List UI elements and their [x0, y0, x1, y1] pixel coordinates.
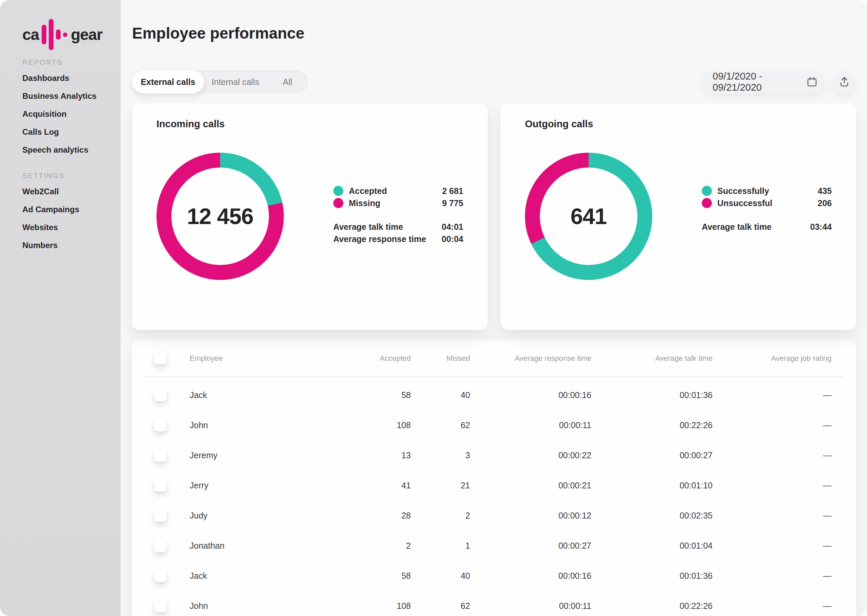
- outgoing-legend: Successfully 435 Unsuccessful 206 Averag…: [702, 185, 832, 233]
- logo-text-suffix: gear: [71, 25, 102, 44]
- summary-cards: Incoming calls 12 456 Accepted 2 681: [132, 103, 856, 330]
- page-title: Employee performance: [132, 24, 856, 42]
- controls-bar: External calls Internal calls All 09/1/2…: [132, 71, 856, 93]
- row-checkbox[interactable]: [154, 539, 167, 552]
- row-checkbox[interactable]: [154, 449, 167, 462]
- stat-average-talk-time: Average talk time 03:44: [702, 221, 832, 233]
- employee-name: John: [190, 601, 306, 611]
- tab-internal-calls[interactable]: Internal calls: [204, 71, 267, 93]
- legend-item-successfully: Successfully 435: [702, 185, 832, 197]
- app-window: ca gear REPORTS Dashboards Business Anal…: [0, 0, 867, 616]
- table-row: John 108 62 00:00:11 00:22:26 —: [132, 410, 856, 440]
- section-label-reports: REPORTS: [22, 55, 121, 69]
- legend-item-unsuccessful: Unsuccessful 206: [702, 197, 832, 209]
- employee-name: Jack: [190, 390, 306, 400]
- table-header-row: Employee Accepted Missed Average respons…: [132, 340, 856, 376]
- logo-waveform-icon: [42, 19, 68, 50]
- sidebar-item-speech-analytics[interactable]: Speech analytics: [22, 141, 121, 159]
- table-row: Jack 58 40 00:00:16 00:01:36 —: [132, 380, 856, 410]
- column-header-average-response-time: Average response time: [470, 354, 591, 363]
- column-header-accepted: Accepted: [306, 354, 411, 363]
- row-checkbox[interactable]: [154, 389, 167, 401]
- missing-dot-icon: [333, 198, 343, 208]
- sidebar-item-calls-log[interactable]: Calls Log: [22, 123, 121, 141]
- incoming-calls-title: Incoming calls: [156, 118, 463, 130]
- unsuccessful-dot-icon: [702, 198, 712, 208]
- outgoing-calls-card: Outgoing calls 641 Successfully 435: [500, 103, 856, 330]
- successfully-dot-icon: [702, 186, 712, 196]
- stat-average-talk-time: Average talk time 04:01: [333, 221, 463, 233]
- sidebar-item-dashboards[interactable]: Dashboards: [22, 69, 121, 87]
- column-header-missed: Missed: [411, 354, 470, 363]
- employee-name: Judy: [190, 511, 306, 520]
- employee-name: Jeremy: [190, 451, 306, 460]
- sidebar-item-ad-campaings[interactable]: Ad Campaings: [22, 200, 121, 218]
- column-header-average-job-rating: Average job rating: [713, 354, 831, 363]
- sidebar-item-numbers[interactable]: Numbers: [22, 236, 121, 254]
- section-label-settings: SETTINGS: [22, 169, 121, 182]
- incoming-calls-card: Incoming calls 12 456 Accepted 2 681: [132, 103, 488, 330]
- main-content: Employee performance External calls Inte…: [121, 0, 867, 616]
- calendar-icon: [806, 76, 818, 88]
- row-checkbox[interactable]: [154, 509, 167, 522]
- table-body: Jack 58 40 00:00:16 00:01:36 — John 108 …: [132, 377, 856, 616]
- table-row: John 108 62 00:00:11 00:22:26 —: [132, 591, 856, 616]
- row-checkbox[interactable]: [154, 600, 167, 612]
- row-checkbox[interactable]: [154, 479, 167, 492]
- table-row: Jack 58 40 00:00:16 00:01:36 —: [132, 561, 856, 591]
- controls-right: 09/1/2020 - 09/21/2020: [702, 70, 856, 94]
- sidebar-item-acquisition[interactable]: Acquisition: [22, 105, 121, 123]
- incoming-total-value: 12 456: [156, 152, 284, 280]
- row-checkbox[interactable]: [154, 419, 167, 432]
- logo-text-prefix: ca: [22, 25, 39, 44]
- legend-item-missing: Missing 9 775: [333, 197, 463, 209]
- outgoing-total-value: 641: [525, 152, 652, 280]
- sidebar-item-websites[interactable]: Websites: [22, 218, 121, 236]
- date-range-value: 09/1/2020 - 09/21/2020: [713, 71, 806, 93]
- row-checkbox[interactable]: [154, 570, 167, 582]
- employee-name: Jonathan: [190, 541, 306, 551]
- outgoing-calls-donut-chart: 641: [525, 152, 652, 280]
- callgear-logo[interactable]: ca gear: [22, 24, 121, 46]
- table-row: Jeremy 13 3 00:00:22 00:00:27 —: [132, 440, 856, 470]
- legend-item-accepted: Accepted 2 681: [333, 185, 463, 197]
- stat-average-response-time: Average response time 00:04: [333, 233, 463, 245]
- outgoing-stats: Average talk time 03:44: [702, 221, 832, 233]
- sidebar-item-web2call[interactable]: Web2Call: [22, 182, 121, 200]
- accepted-dot-icon: [333, 186, 343, 196]
- employee-name: Jack: [190, 571, 306, 581]
- date-range-picker[interactable]: 09/1/2020 - 09/21/2020: [702, 71, 826, 93]
- column-header-employee: Employee: [190, 354, 306, 363]
- table-row: Jonathan 2 1 00:00:27 00:01:04 —: [132, 531, 856, 561]
- outgoing-calls-title: Outgoing calls: [525, 118, 832, 130]
- upload-icon: [839, 76, 850, 88]
- incoming-stats: Average talk time 04:01 Average response…: [333, 221, 463, 245]
- tab-external-calls[interactable]: External calls: [132, 71, 204, 93]
- incoming-calls-donut-chart: 12 456: [156, 152, 284, 280]
- call-type-tabs: External calls Internal calls All: [132, 71, 308, 93]
- select-all-checkbox[interactable]: [154, 352, 167, 365]
- sidebar-item-business-analytics[interactable]: Business Analytics: [22, 87, 121, 105]
- column-header-average-talk-time: Average talk time: [591, 354, 713, 363]
- sidebar: ca gear REPORTS Dashboards Business Anal…: [0, 0, 121, 616]
- employee-name: John: [190, 420, 306, 430]
- table-row: Judy 28 2 00:00:12 00:02:35 —: [132, 501, 856, 531]
- employee-table-card: Employee Accepted Missed Average respons…: [132, 340, 856, 616]
- incoming-legend: Accepted 2 681 Missing 9 775 Average tal…: [333, 185, 463, 245]
- tab-all[interactable]: All: [267, 71, 308, 93]
- table-row: Jerry 41 21 00:00:21 00:01:10 —: [132, 470, 856, 501]
- sidebar-nav: REPORTS Dashboards Business Analytics Ac…: [22, 55, 121, 254]
- employee-name: Jerry: [190, 481, 306, 490]
- export-button[interactable]: [832, 70, 856, 94]
